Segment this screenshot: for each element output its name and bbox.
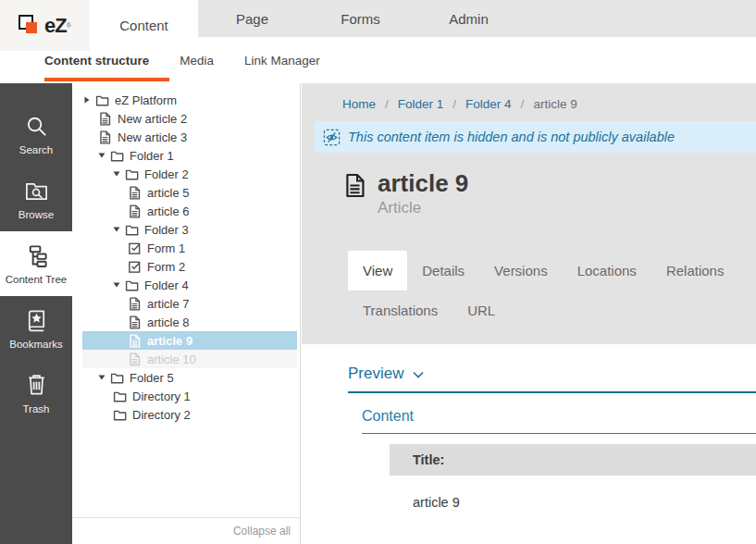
folder-icon: [125, 223, 139, 237]
icon-sidebar: SearchBrowseContent TreeBookmarksTrash: [0, 83, 72, 544]
tree-item-ez-platform[interactable]: eZ Platform: [82, 91, 297, 109]
field-label: Title:: [390, 444, 756, 476]
expand-arrow-icon[interactable]: [113, 170, 125, 178]
main-nav: ContentPageFormsAdmin: [90, 0, 523, 37]
folder-icon: [110, 371, 124, 385]
sidebar-item-label: Trash: [23, 403, 50, 414]
tree-item-form-2[interactable]: Form 2: [82, 257, 297, 276]
tab-url[interactable]: URL: [452, 291, 510, 330]
collapse-all-button[interactable]: Collapse all: [72, 517, 300, 544]
logo-text: eZ: [44, 14, 67, 38]
tree-item-label: Directory 1: [132, 389, 191, 403]
hidden-eye-icon: [323, 129, 341, 146]
folder-icon: [125, 167, 139, 181]
tree-item-article-7[interactable]: article 7: [82, 294, 297, 313]
tab-locations[interactable]: Locations: [563, 251, 651, 291]
breadcrumb-separator: /: [385, 97, 389, 111]
article-icon: [128, 186, 142, 200]
chevron-down-icon: [413, 365, 424, 383]
tree-item-folder-4[interactable]: Folder 4: [82, 276, 297, 294]
main-content: Home/Folder 1/Folder 4/article 9 This co…: [302, 83, 756, 544]
tab-details[interactable]: Details: [407, 251, 479, 291]
form-icon: [128, 260, 142, 274]
content-tree-panel: eZ PlatformNew article 2New article 3Fol…: [72, 83, 301, 544]
article-icon: [128, 352, 142, 366]
breadcrumb-folder-4[interactable]: Folder 4: [465, 97, 512, 111]
breadcrumb-separator: /: [521, 97, 525, 111]
ez-logo-icon: [19, 14, 41, 37]
sidebar-item-search[interactable]: Search: [0, 102, 72, 167]
article-icon: [128, 204, 142, 218]
tree-item-label: Folder 2: [144, 167, 189, 181]
folder-icon: [125, 278, 139, 292]
field-table: Title:article 9: [390, 444, 756, 528]
tab-view-panel: Preview Content Title:article 9: [302, 344, 756, 544]
tree-item-directory-2[interactable]: Directory 2: [82, 405, 297, 424]
field-value: article 9: [390, 476, 756, 528]
hidden-content-notice: This content item is hidden and is not p…: [315, 121, 756, 153]
browse-icon: [24, 178, 49, 204]
content-tree: eZ PlatformNew article 2New article 3Fol…: [72, 91, 300, 424]
main-nav-tab-forms[interactable]: Forms: [306, 0, 415, 37]
tree-item-folder-2[interactable]: Folder 2: [82, 165, 297, 183]
main-nav-tab-content[interactable]: Content: [90, 0, 198, 51]
logo-orange-square: [26, 22, 37, 33]
tree-item-folder-1[interactable]: Folder 1: [82, 146, 297, 165]
folder-icon: [113, 408, 127, 422]
sidebar-item-bookmarks[interactable]: Bookmarks: [0, 296, 72, 361]
tree-item-article-10[interactable]: article 10: [82, 350, 297, 368]
sidebar-item-label: Content Tree: [6, 274, 67, 285]
tree-item-new-article-3[interactable]: New article 3: [82, 128, 297, 146]
ez-logo[interactable]: eZ ®: [0, 0, 90, 51]
search-icon: [24, 113, 49, 139]
expand-arrow-icon[interactable]: [113, 226, 125, 233]
tab-view[interactable]: View: [348, 251, 407, 291]
expand-arrow-icon[interactable]: [83, 96, 95, 104]
logo-registered-mark: ®: [67, 22, 71, 29]
preview-section-toggle[interactable]: Preview: [348, 365, 756, 383]
content-header-area: Home/Folder 1/Folder 4/article 9 This co…: [302, 83, 756, 344]
tab-translations[interactable]: Translations: [348, 291, 452, 330]
sidebar-item-content-tree[interactable]: Content Tree: [0, 231, 72, 296]
breadcrumb-home[interactable]: Home: [342, 97, 376, 111]
tree-item-label: Folder 5: [130, 371, 174, 385]
article-icon: [128, 297, 142, 311]
tab-relations[interactable]: Relations: [651, 251, 739, 291]
tree-item-label: New article 3: [118, 130, 187, 144]
tree-item-folder-5[interactable]: Folder 5: [82, 368, 297, 387]
article-icon: [128, 315, 142, 329]
sidebar-item-label: Bookmarks: [9, 339, 63, 350]
tree-item-new-article-2[interactable]: New article 2: [82, 109, 297, 128]
sidebar-item-browse[interactable]: Browse: [0, 167, 72, 231]
tree-item-folder-3[interactable]: Folder 3: [82, 220, 297, 239]
bookmarks-icon: [24, 307, 49, 333]
tree-item-article-6[interactable]: article 6: [82, 202, 297, 220]
tree-item-label: article 8: [147, 315, 190, 329]
content-tabs: ViewDetailsVersionsLocationsRelationsTra…: [348, 251, 756, 330]
preview-divider: [348, 391, 756, 393]
tab-versions[interactable]: Versions: [479, 251, 563, 291]
tree-item-directory-1[interactable]: Directory 1: [82, 387, 297, 405]
ez-platform-app: eZ ® ContentPageFormsAdmin Content struc…: [0, 0, 756, 544]
tree-item-label: New article 2: [118, 112, 187, 126]
expand-arrow-icon[interactable]: [98, 374, 110, 381]
tree-item-label: Directory 2: [132, 408, 191, 422]
tree-item-label: Folder 1: [130, 149, 174, 163]
tree-item-article-9[interactable]: article 9: [82, 331, 297, 350]
tree-item-form-1[interactable]: Form 1: [82, 239, 297, 257]
main-nav-tab-admin[interactable]: Admin: [415, 0, 523, 37]
tree-item-label: article 6: [147, 204, 190, 218]
expand-arrow-icon[interactable]: [113, 281, 125, 289]
sidebar-item-label: Browse: [19, 209, 54, 220]
tree-item-article-5[interactable]: article 5: [82, 183, 297, 202]
main-nav-tab-page[interactable]: Page: [198, 0, 306, 37]
secondary-nav-link-manager[interactable]: Link Manager: [244, 37, 320, 83]
trash-icon: [24, 372, 49, 398]
preview-heading: Preview: [348, 365, 403, 383]
expand-arrow-icon[interactable]: [98, 152, 110, 159]
tree-item-label: article 10: [147, 352, 196, 366]
tree-item-article-8[interactable]: article 8: [82, 313, 297, 331]
sidebar-item-trash[interactable]: Trash: [0, 361, 72, 426]
breadcrumb-folder-1[interactable]: Folder 1: [398, 97, 444, 111]
form-icon: [128, 241, 142, 255]
